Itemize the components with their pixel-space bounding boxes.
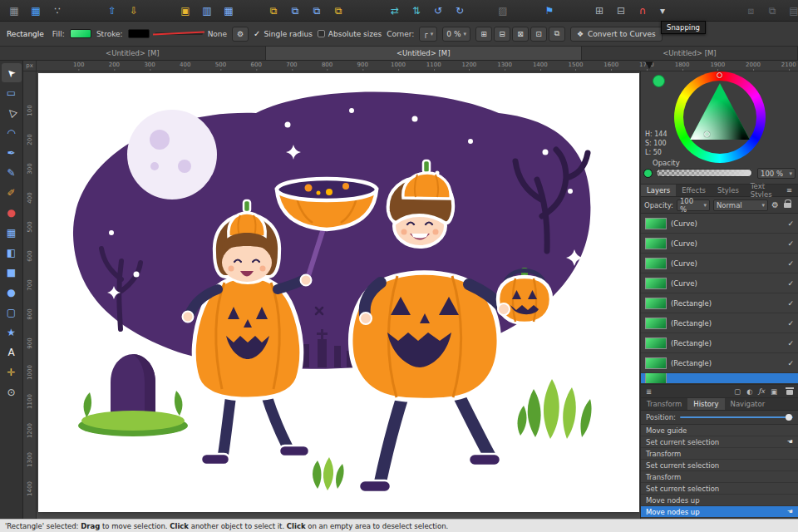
context-option-button-5[interactable]: ⧉ <box>549 27 565 42</box>
flip-vertical-button[interactable]: ⇅ <box>407 2 426 19</box>
pixel-grid-button[interactable]: ⊞ <box>590 2 608 19</box>
new-layer-icon[interactable]: ▣ <box>771 387 777 396</box>
corner-radius-dropdown[interactable]: 0 %▾ <box>442 27 470 42</box>
canvas-pasteboard[interactable] <box>37 71 640 519</box>
history-item[interactable]: Move nodes up <box>641 495 798 506</box>
tab-navigator[interactable]: Navigator <box>725 398 771 410</box>
grass-small[interactable] <box>313 457 344 490</box>
artboard-tool[interactable]: ▭ <box>2 83 22 102</box>
snapping-menu-button[interactable]: ▾ <box>653 2 672 19</box>
move-forward-button[interactable]: ⧉ <box>286 2 304 19</box>
link-button[interactable]: ⧈ <box>741 2 760 19</box>
history-item[interactable]: Transform <box>641 471 798 483</box>
convert-to-curves-button[interactable]: ❖Convert to Curves <box>570 27 663 42</box>
panel-menu-button[interactable]: ≡ <box>781 185 798 196</box>
fill-color-swatch[interactable] <box>70 29 91 38</box>
insert-target-button[interactable]: ⚑ <box>540 2 559 19</box>
saturation-knob[interactable] <box>704 131 710 137</box>
stroke-width-slider[interactable] <box>155 32 203 35</box>
rotate-cw-button[interactable]: ↻ <box>451 2 469 19</box>
history-item[interactable]: Move guide <box>641 425 798 436</box>
hue-knob[interactable] <box>717 72 722 78</box>
fill-tool[interactable]: ◧ <box>2 243 22 262</box>
move-to-front-button[interactable]: ⧉ <box>264 2 283 19</box>
rectangle-tool[interactable]: ■ <box>2 263 22 282</box>
layer-visibility-checkbox[interactable]: ✓ <box>787 219 794 228</box>
document-tab-1[interactable]: <Untitled> [M] <box>0 47 266 60</box>
corner-tool[interactable]: ◠ <box>2 123 22 142</box>
style-picker-button[interactable]: ▨ <box>494 2 512 19</box>
tab-layers[interactable]: Layers <box>641 185 676 196</box>
move-to-back-button[interactable]: ⧉ <box>329 2 347 19</box>
history-item[interactable]: Move nodes up☚ <box>641 506 798 518</box>
panel-toggle-button[interactable]: ▤ <box>785 2 798 19</box>
crop-tool[interactable]: ▦ <box>2 223 22 242</box>
absolute-sizes-checkbox[interactable]: Absolute sizes <box>318 30 382 38</box>
layers-stack-icon[interactable]: ≣ <box>646 387 652 396</box>
layer-visibility-checkbox[interactable]: ✓ <box>787 319 794 328</box>
opacity-dropdown[interactable]: 100 % ▾ <box>757 168 796 179</box>
document-tab-2[interactable]: <Untitled> [M] <box>266 47 582 60</box>
move-backward-button[interactable]: ⧉ <box>308 2 326 19</box>
move-tool[interactable]: ➤ <box>2 63 22 82</box>
duplicate-button[interactable]: ⧉ <box>763 2 781 19</box>
history-item[interactable]: Set current selection <box>641 460 798 471</box>
context-option-button-3[interactable]: ⊠ <box>512 27 529 42</box>
context-option-button-1[interactable]: ⊞ <box>475 27 492 42</box>
layer-visibility-checkbox[interactable]: ✓ <box>787 239 794 248</box>
trash-icon[interactable] <box>786 387 793 395</box>
pixel-align-button[interactable]: ⊟ <box>612 2 630 19</box>
corner-type-dropdown[interactable]: ┌▾ <box>419 27 437 42</box>
single-radius-checkbox[interactable]: ✓Single radius <box>254 29 313 38</box>
tab-transform[interactable]: Transform <box>641 398 687 410</box>
layer-row[interactable]: (Curve)✓ <box>641 214 798 234</box>
layer-visibility-checkbox[interactable]: ✓ <box>787 339 794 347</box>
history-item[interactable]: Transform <box>641 448 798 460</box>
gravestone[interactable] <box>78 354 188 436</box>
layer-row[interactable]: (Curve)✓ <box>641 254 798 273</box>
node-tool[interactable]: ▷ <box>2 103 22 122</box>
rotate-ccw-button[interactable]: ↺ <box>429 2 447 19</box>
tab-text-styles[interactable]: Text Styles <box>745 185 781 196</box>
ruler-vertical[interactable]: 1002003004005006007008009001000110012001… <box>23 71 37 519</box>
history-item[interactable]: Set current selection <box>641 483 798 495</box>
tab-effects[interactable]: Effects <box>676 185 712 196</box>
stroke-settings-button[interactable]: ⚙ <box>232 27 249 42</box>
view-tool[interactable]: ✛ <box>2 362 22 382</box>
history-position-slider[interactable] <box>680 416 793 418</box>
canvas-artwork[interactable] <box>38 73 639 512</box>
ellipse-tool[interactable]: ● <box>2 283 22 302</box>
context-option-button-4[interactable]: ⊡ <box>530 27 547 42</box>
blend-mode-dropdown[interactable]: Normal ▾ <box>713 200 768 211</box>
layer-visibility-checkbox[interactable]: ✓ <box>787 299 794 308</box>
moon[interactable] <box>127 110 217 200</box>
mask-icon[interactable]: ▢ <box>734 387 741 396</box>
history-item[interactable]: Set current selection☚ <box>641 436 798 448</box>
snapping-button[interactable]: ∩ <box>633 2 652 19</box>
context-option-button-2[interactable]: ⊟ <box>494 27 510 42</box>
rounded-rectangle-tool[interactable]: ▢ <box>2 303 22 322</box>
opacity-slider[interactable] <box>656 169 752 177</box>
insert-bottom-button[interactable]: ⇩ <box>125 2 143 19</box>
pencil-tool[interactable]: ✎ <box>2 163 22 182</box>
insert-top-button[interactable]: ⇧ <box>103 2 121 19</box>
layer-visibility-checkbox[interactable]: ✓ <box>787 279 794 288</box>
layer-visibility-checkbox[interactable]: ✓ <box>787 359 794 367</box>
select-layer-button[interactable]: ▥ <box>198 2 216 19</box>
layers-opacity-dropdown[interactable]: 100 % ▾ <box>677 200 710 211</box>
ruler-horizontal[interactable]: 1002003004005006007008009001000110012001… <box>37 61 798 71</box>
share-button[interactable]: ∵ <box>48 2 66 19</box>
star-tool[interactable]: ★ <box>2 323 22 342</box>
layer-row[interactable]: (Rectangle)✓ <box>641 333 798 353</box>
layer-row[interactable]: (Rectangle)✓ <box>641 313 798 333</box>
layer-row[interactable]: (Rectangle)✓ <box>641 353 798 373</box>
layer-row[interactable] <box>641 373 798 384</box>
layer-row[interactable]: (Curve)✓ <box>641 234 798 254</box>
effects-icon[interactable]: ƒx <box>758 387 765 395</box>
zoom-tool[interactable]: ⊙ <box>2 382 22 401</box>
current-color-swatch[interactable] <box>653 75 665 87</box>
select-box-button[interactable]: ▣ <box>176 2 195 19</box>
text-tool[interactable]: A <box>2 342 22 362</box>
layer-row[interactable]: (Curve)✓ <box>641 273 798 293</box>
select-group-button[interactable]: ▦ <box>219 2 238 19</box>
